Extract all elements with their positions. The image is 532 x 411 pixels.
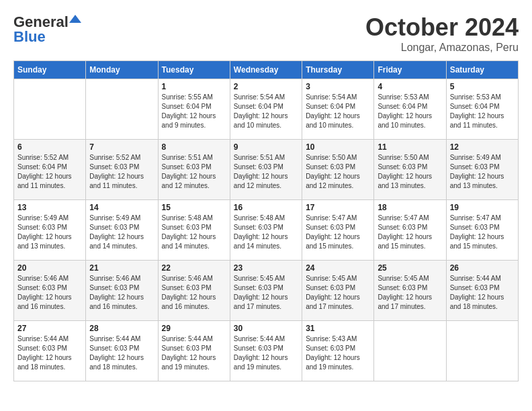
day-info: Sunrise: 5:46 AM Sunset: 6:03 PM Dayligh…: [89, 274, 154, 312]
day-info: Sunrise: 5:49 AM Sunset: 6:03 PM Dayligh…: [450, 153, 515, 191]
day-info: Sunrise: 5:45 AM Sunset: 6:03 PM Dayligh…: [306, 274, 370, 312]
header-friday: Friday: [374, 61, 446, 79]
day-info: Sunrise: 5:48 AM Sunset: 6:03 PM Dayligh…: [162, 214, 226, 251]
day-number: 31: [306, 324, 370, 333]
day-info: Sunrise: 5:51 AM Sunset: 6:03 PM Dayligh…: [234, 153, 298, 191]
day-number: 3: [306, 82, 370, 91]
day-number: 8: [162, 142, 226, 152]
day-number: 17: [306, 203, 370, 212]
calendar-cell: 14Sunrise: 5:49 AM Sunset: 6:03 PM Dayli…: [86, 200, 158, 261]
calendar-cell: 31Sunrise: 5:43 AM Sunset: 6:03 PM Dayli…: [302, 321, 374, 381]
day-number: 15: [162, 203, 226, 212]
day-number: 7: [89, 142, 154, 152]
calendar-cell: 17Sunrise: 5:47 AM Sunset: 6:03 PM Dayli…: [302, 200, 374, 261]
day-info: Sunrise: 5:53 AM Sunset: 6:04 PM Dayligh…: [378, 93, 442, 130]
calendar-cell: [86, 79, 158, 140]
day-info: Sunrise: 5:49 AM Sunset: 6:03 PM Dayligh…: [89, 214, 154, 251]
week-row-2: 6Sunrise: 5:52 AM Sunset: 6:04 PM Daylig…: [14, 140, 519, 200]
day-number: 23: [234, 263, 298, 273]
day-number: 16: [234, 203, 298, 212]
calendar-cell: [14, 79, 86, 140]
day-number: 26: [450, 263, 515, 273]
calendar-header-row: SundayMondayTuesdayWednesdayThursdayFrid…: [14, 61, 519, 79]
day-info: Sunrise: 5:44 AM Sunset: 6:03 PM Dayligh…: [17, 334, 82, 372]
day-info: Sunrise: 5:52 AM Sunset: 6:03 PM Dayligh…: [89, 153, 154, 191]
calendar-cell: 29Sunrise: 5:44 AM Sunset: 6:03 PM Dayli…: [158, 321, 230, 381]
calendar-cell: 30Sunrise: 5:44 AM Sunset: 6:03 PM Dayli…: [230, 321, 302, 381]
svg-marker-0: [69, 15, 81, 23]
day-number: 1: [162, 82, 226, 91]
calendar-cell: 1Sunrise: 5:55 AM Sunset: 6:04 PM Daylig…: [158, 79, 230, 140]
day-number: 12: [450, 142, 515, 152]
day-info: Sunrise: 5:43 AM Sunset: 6:03 PM Dayligh…: [306, 334, 370, 372]
day-number: 14: [89, 203, 154, 212]
day-info: Sunrise: 5:47 AM Sunset: 6:03 PM Dayligh…: [378, 214, 442, 251]
day-number: 2: [234, 82, 298, 91]
header-saturday: Saturday: [446, 61, 518, 79]
day-info: Sunrise: 5:51 AM Sunset: 6:03 PM Dayligh…: [162, 153, 226, 191]
day-info: Sunrise: 5:55 AM Sunset: 6:04 PM Dayligh…: [162, 93, 226, 130]
day-info: Sunrise: 5:44 AM Sunset: 6:03 PM Dayligh…: [162, 334, 226, 372]
location-title: Longar, Amazonas, Peru: [365, 42, 519, 54]
calendar-cell: 7Sunrise: 5:52 AM Sunset: 6:03 PM Daylig…: [86, 140, 158, 200]
logo: General Blue: [13, 13, 81, 46]
day-info: Sunrise: 5:46 AM Sunset: 6:03 PM Dayligh…: [162, 274, 226, 312]
day-info: Sunrise: 5:45 AM Sunset: 6:03 PM Dayligh…: [378, 274, 442, 312]
calendar-cell: 18Sunrise: 5:47 AM Sunset: 6:03 PM Dayli…: [374, 200, 446, 261]
day-number: 18: [378, 203, 442, 212]
calendar-cell: 27Sunrise: 5:44 AM Sunset: 6:03 PM Dayli…: [14, 321, 86, 381]
calendar-cell: 9Sunrise: 5:51 AM Sunset: 6:03 PM Daylig…: [230, 140, 302, 200]
day-info: Sunrise: 5:44 AM Sunset: 6:03 PM Dayligh…: [234, 334, 298, 372]
header: General Blue October 2024 Longar, Amazon…: [13, 13, 519, 54]
day-info: Sunrise: 5:46 AM Sunset: 6:03 PM Dayligh…: [17, 274, 82, 312]
day-number: 19: [450, 203, 515, 212]
calendar-cell: 25Sunrise: 5:45 AM Sunset: 6:03 PM Dayli…: [374, 261, 446, 321]
day-info: Sunrise: 5:44 AM Sunset: 6:03 PM Dayligh…: [89, 334, 154, 372]
day-info: Sunrise: 5:50 AM Sunset: 6:03 PM Dayligh…: [378, 153, 442, 191]
day-number: 27: [17, 324, 82, 333]
day-info: Sunrise: 5:52 AM Sunset: 6:04 PM Dayligh…: [17, 153, 82, 191]
day-info: Sunrise: 5:53 AM Sunset: 6:04 PM Dayligh…: [450, 93, 515, 130]
calendar-cell: 22Sunrise: 5:46 AM Sunset: 6:03 PM Dayli…: [158, 261, 230, 321]
day-info: Sunrise: 5:44 AM Sunset: 6:03 PM Dayligh…: [450, 274, 515, 312]
calendar-cell: 5Sunrise: 5:53 AM Sunset: 6:04 PM Daylig…: [446, 79, 518, 140]
day-number: 13: [17, 203, 82, 212]
title-area: October 2024 Longar, Amazonas, Peru: [365, 13, 519, 54]
header-monday: Monday: [86, 61, 158, 79]
day-number: 11: [378, 142, 442, 152]
day-number: 30: [234, 324, 298, 333]
day-info: Sunrise: 5:47 AM Sunset: 6:03 PM Dayligh…: [306, 214, 370, 251]
day-info: Sunrise: 5:54 AM Sunset: 6:04 PM Dayligh…: [306, 93, 370, 130]
month-title: October 2024: [365, 13, 519, 42]
day-number: 10: [306, 142, 370, 152]
day-info: Sunrise: 5:45 AM Sunset: 6:03 PM Dayligh…: [234, 274, 298, 312]
day-info: Sunrise: 5:50 AM Sunset: 6:03 PM Dayligh…: [306, 153, 370, 191]
calendar-cell: 13Sunrise: 5:49 AM Sunset: 6:03 PM Dayli…: [14, 200, 86, 261]
calendar-cell: 24Sunrise: 5:45 AM Sunset: 6:03 PM Dayli…: [302, 261, 374, 321]
day-number: 24: [306, 263, 370, 273]
calendar-cell: 15Sunrise: 5:48 AM Sunset: 6:03 PM Dayli…: [158, 200, 230, 261]
week-row-5: 27Sunrise: 5:44 AM Sunset: 6:03 PM Dayli…: [14, 321, 519, 381]
week-row-1: 1Sunrise: 5:55 AM Sunset: 6:04 PM Daylig…: [14, 79, 519, 140]
logo-blue-text: Blue: [13, 28, 46, 46]
calendar-cell: [446, 321, 518, 381]
week-row-4: 20Sunrise: 5:46 AM Sunset: 6:03 PM Dayli…: [14, 261, 519, 321]
day-number: 22: [162, 263, 226, 273]
day-info: Sunrise: 5:48 AM Sunset: 6:03 PM Dayligh…: [234, 214, 298, 251]
calendar-cell: [374, 321, 446, 381]
calendar-cell: 26Sunrise: 5:44 AM Sunset: 6:03 PM Dayli…: [446, 261, 518, 321]
calendar-table: SundayMondayTuesdayWednesdayThursdayFrid…: [13, 60, 519, 381]
calendar-cell: 10Sunrise: 5:50 AM Sunset: 6:03 PM Dayli…: [302, 140, 374, 200]
calendar-cell: 23Sunrise: 5:45 AM Sunset: 6:03 PM Dayli…: [230, 261, 302, 321]
calendar-cell: 21Sunrise: 5:46 AM Sunset: 6:03 PM Dayli…: [86, 261, 158, 321]
calendar-cell: 8Sunrise: 5:51 AM Sunset: 6:03 PM Daylig…: [158, 140, 230, 200]
logo-bird-icon: [69, 13, 81, 26]
day-number: 6: [17, 142, 82, 152]
day-number: 29: [162, 324, 226, 333]
header-wednesday: Wednesday: [230, 61, 302, 79]
day-info: Sunrise: 5:54 AM Sunset: 6:04 PM Dayligh…: [234, 93, 298, 130]
day-number: 28: [89, 324, 154, 333]
calendar-cell: 16Sunrise: 5:48 AM Sunset: 6:03 PM Dayli…: [230, 200, 302, 261]
day-info: Sunrise: 5:47 AM Sunset: 6:03 PM Dayligh…: [450, 214, 515, 251]
day-number: 9: [234, 142, 298, 152]
